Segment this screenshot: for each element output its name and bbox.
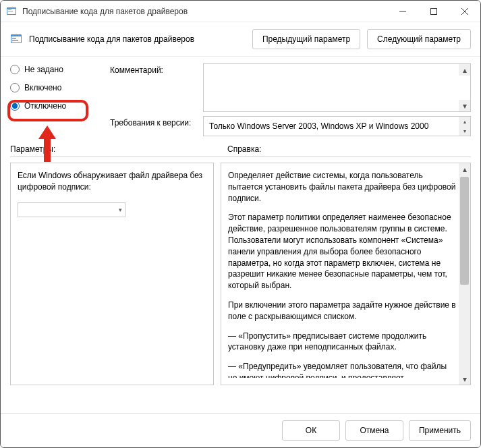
upper-area: Не задано Включено Отключено Комментарий… [1,57,480,140]
params-text: Если Windows обнаруживает файл драйвера … [18,170,206,193]
scroll-up-icon[interactable]: ▴ [459,163,470,175]
scroll-down-icon[interactable]: ▾ [459,373,470,385]
comment-row: Комментарий: ▴ ▾ [110,63,471,112]
radio-not-configured[interactable]: Не задано [10,65,98,74]
radio-not-configured-input[interactable] [10,65,20,74]
comment-input[interactable]: ▴ ▾ [203,63,471,112]
params-combobox[interactable]: ▾ [18,202,125,217]
panels: Если Windows обнаруживает файл драйвера … [1,163,480,385]
svg-rect-9 [11,36,21,43]
help-paragraph: Этот параметр политики определяет наимен… [228,212,457,291]
comment-label: Комментарий: [110,63,198,75]
spin-up-icon[interactable]: ▴ [459,117,470,126]
spin-down-icon[interactable]: ▾ [459,126,470,136]
radio-not-configured-label: Не задано [24,65,63,74]
chevron-down-icon: ▾ [119,206,122,213]
help-content: Определяет действие системы, когда польз… [228,170,468,378]
maximize-button[interactable] [418,1,449,22]
requirements-box: Только Windows Server 2003, Windows XP и… [203,116,471,136]
scrollbar-thumb[interactable] [460,177,469,285]
footer: ОК Отмена Применить [1,413,480,447]
cancel-button[interactable]: Отмена [345,420,403,441]
requirements-value: Только Windows Server 2003, Windows XP и… [209,121,428,131]
radio-enabled-label: Включено [24,83,61,92]
next-setting-button[interactable]: Следующий параметр [367,29,471,49]
ok-button[interactable]: ОК [282,420,340,441]
divider [10,157,471,157]
svg-rect-3 [8,11,13,11]
window-controls [387,1,480,22]
svg-rect-11 [12,40,18,41]
help-paragraph: Определяет действие системы, когда польз… [228,170,457,204]
toolbar: Подписывание кода для пакетов драйверов … [1,22,480,57]
minimize-button[interactable] [387,1,418,22]
help-paragraph: При включении этого параметра задайте ну… [228,300,457,323]
radio-disabled-input[interactable] [10,101,20,111]
requirements-label: Требования к версии: [110,116,198,128]
annotation-arrow-icon [36,125,59,164]
svg-rect-5 [431,8,437,14]
help-paragraph: — «Предупредить» уведомляет пользователя… [228,361,457,378]
help-scrollbar[interactable]: ▴ ▾ [459,163,470,385]
help-header: Справка: [227,144,261,154]
titlebar: Подписывание кода для пакетов драйверов [1,1,480,22]
scroll-up-icon[interactable]: ▴ [459,64,470,76]
svg-rect-10 [12,38,16,39]
apply-button[interactable]: Применить [409,420,471,441]
previous-setting-button[interactable]: Предыдущий параметр [252,29,360,49]
svg-rect-2 [8,9,11,10]
radio-enabled-input[interactable] [10,83,20,92]
radio-disabled[interactable]: Отключено [10,101,98,111]
radio-disabled-label: Отключено [24,101,66,111]
help-panel: Определяет действие системы, когда польз… [221,163,471,385]
policy-title: Подписывание кода для пакетов драйверов [29,34,246,44]
params-panel: Если Windows обнаруживает файл драйвера … [10,163,214,385]
app-icon [6,6,17,17]
window-title: Подписывание кода для пакетов драйверов [22,7,387,16]
fields-area: Комментарий: ▴ ▾ Требования к версии: То… [110,63,471,136]
scroll-down-icon[interactable]: ▾ [459,100,470,111]
radio-enabled[interactable]: Включено [10,83,98,92]
policy-icon [10,33,22,45]
close-button[interactable] [449,1,480,22]
help-paragraph: — «Пропустить» предписывает системе прод… [228,331,457,354]
section-headers: Параметры: Справка: [1,140,480,157]
requirements-row: Требования к версии: Только Windows Serv… [110,116,471,136]
